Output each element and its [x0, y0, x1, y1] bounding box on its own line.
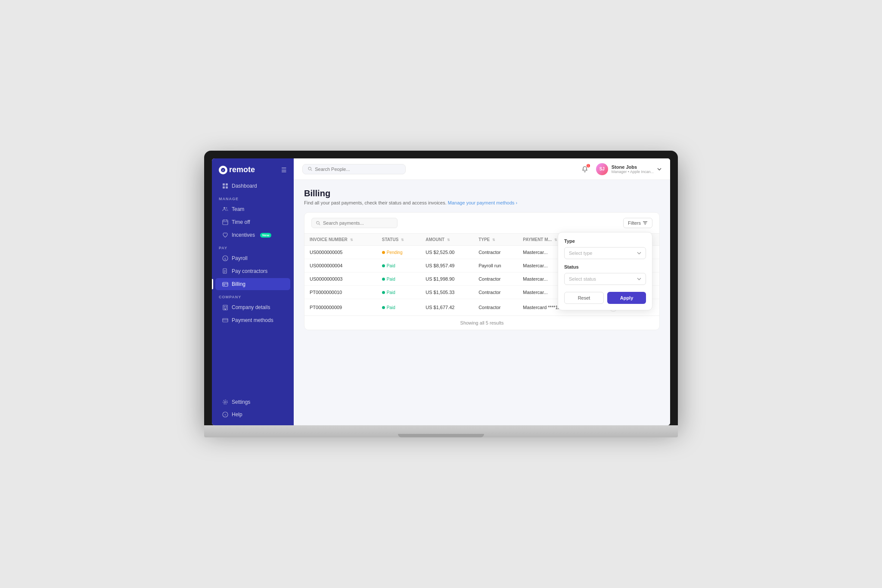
filter-status-select[interactable]: Select status Pending Paid: [564, 273, 646, 285]
global-search-input[interactable]: [315, 167, 400, 172]
status-badge: Paid: [382, 263, 395, 268]
cell-type: Contractor: [473, 246, 518, 259]
main: 1 SJ Stone Jobs Manager • Apple Incan...: [294, 158, 670, 425]
page-subtitle: Find all your past payments, check their…: [304, 200, 660, 205]
status-text: Paid: [387, 277, 395, 282]
header: 1 SJ Stone Jobs Manager • Apple Incan...: [294, 158, 670, 180]
svg-rect-23: [226, 306, 227, 307]
calendar-icon: [222, 219, 228, 225]
cell-amount: US $1,998.90: [420, 272, 473, 286]
user-role: Manager • Apple Incan...: [612, 170, 654, 174]
col-invoice: INVOICE NUMBER ⇅: [304, 234, 377, 246]
card-icon: [222, 281, 228, 287]
cell-status: Pending: [377, 246, 420, 259]
col-amount: AMOUNT ⇅: [420, 234, 473, 246]
svg-point-35: [317, 221, 319, 224]
sidebar-item-payment-methods[interactable]: Payment methods: [215, 314, 290, 326]
sidebar-item-team[interactable]: Team: [215, 203, 290, 215]
filters-button[interactable]: Filters: [623, 218, 652, 228]
svg-text:r: r: [223, 169, 224, 172]
svg-rect-2: [223, 183, 225, 186]
filter-type-select[interactable]: Select type Contractor Payroll run: [564, 247, 646, 259]
sidebar-item-pay-contractors[interactable]: Pay contractors: [215, 265, 290, 277]
user-name: Stone Jobs: [612, 164, 654, 170]
app: r remote ☰: [212, 158, 670, 425]
user-profile[interactable]: SJ Stone Jobs Manager • Apple Incan...: [596, 163, 662, 175]
sidebar-incentives-label: Incentives: [232, 232, 255, 238]
svg-point-29: [224, 401, 226, 403]
svg-text:?: ?: [224, 413, 227, 417]
svg-rect-26: [225, 309, 226, 310]
sidebar-item-company-details[interactable]: Company details: [215, 301, 290, 313]
manage-payment-link[interactable]: Manage your payment methods ›: [448, 200, 517, 205]
dollar-icon: $: [222, 255, 228, 261]
sidebar-item-billing[interactable]: Billing: [215, 278, 290, 290]
sidebar-pay-contractors-label: Pay contractors: [232, 268, 267, 274]
svg-rect-3: [226, 183, 228, 186]
logo-icon: r: [219, 166, 227, 174]
filter-status-label: Status: [564, 264, 646, 269]
svg-point-7: [226, 207, 227, 209]
content: Billing Find all your past payments, che…: [294, 180, 670, 425]
sidebar: r remote ☰: [212, 158, 294, 425]
col-type: TYPE ⇅: [473, 234, 518, 246]
apply-button[interactable]: Apply: [607, 292, 646, 304]
sidebar-company-label: COMPANY: [212, 291, 294, 301]
sidebar-bottom: Settings ? Help: [212, 396, 294, 425]
cell-type: Contractor: [473, 299, 518, 316]
cell-type: Contractor: [473, 286, 518, 299]
table-toolbar: Filters: [304, 213, 659, 234]
global-search[interactable]: [302, 164, 406, 174]
status-text: Paid: [387, 290, 395, 295]
sidebar-item-incentives[interactable]: Incentives New: [215, 229, 290, 241]
cell-type: Payroll run: [473, 259, 518, 272]
status-dot: [382, 278, 385, 281]
cell-amount: US $1,505.33: [420, 286, 473, 299]
chevron-down-icon: [657, 168, 662, 170]
reset-button[interactable]: Reset: [564, 292, 604, 304]
sidebar-item-dashboard[interactable]: Dashboard: [215, 180, 290, 192]
svg-point-6: [224, 207, 225, 209]
users-icon: [222, 206, 228, 212]
sidebar-item-payroll[interactable]: $ Payroll: [215, 252, 290, 264]
status-dot: [382, 264, 385, 267]
incentives-badge: New: [260, 233, 271, 238]
sidebar-item-time-off[interactable]: Time off: [215, 216, 290, 228]
svg-rect-24: [224, 308, 225, 309]
cell-invoice: US0000000004: [304, 259, 377, 272]
table-search[interactable]: [311, 218, 398, 228]
sidebar-pay-label: PAY: [212, 241, 294, 252]
cell-amount: US $2,525.00: [420, 246, 473, 259]
notification-button[interactable]: 1: [579, 163, 591, 175]
sort-icon: ⇅: [401, 238, 404, 242]
gear-icon: [222, 399, 228, 405]
cell-amount: US $8,957.49: [420, 259, 473, 272]
cell-invoice: US0000000005: [304, 246, 377, 259]
hamburger-icon[interactable]: ☰: [281, 167, 287, 173]
table-search-input[interactable]: [323, 220, 393, 226]
filter-type-label: Type: [564, 238, 646, 244]
user-info: Stone Jobs Manager • Apple Incan...: [612, 164, 654, 174]
sidebar-team-label: Team: [232, 206, 244, 212]
screen-bezel: r remote ☰: [204, 151, 678, 425]
sidebar-payment-methods-label: Payment methods: [232, 317, 273, 323]
status-badge: Paid: [382, 277, 395, 282]
sidebar-company-details-label: Company details: [232, 304, 270, 310]
page-title: Billing: [304, 189, 660, 198]
svg-line-34: [311, 170, 312, 170]
sidebar-payroll-label: Payroll: [232, 255, 248, 261]
cell-type: Contractor: [473, 272, 518, 286]
status-dot: [382, 251, 385, 254]
sidebar-item-help[interactable]: ? Help: [215, 409, 290, 421]
svg-rect-22: [224, 306, 225, 307]
sort-icon: ⇅: [447, 238, 450, 242]
billing-card: Filters: [304, 212, 660, 330]
svg-rect-18: [223, 282, 228, 286]
filter-panel: Type Select type Contractor Payroll run …: [558, 232, 652, 310]
sidebar-item-settings[interactable]: Settings: [215, 396, 290, 408]
status-text: Paid: [387, 263, 395, 268]
screen: r remote ☰: [212, 158, 670, 425]
col-status: STATUS ⇅: [377, 234, 420, 246]
cell-invoice: PT0000000010: [304, 286, 377, 299]
filter-buttons: Reset Apply: [564, 292, 646, 304]
